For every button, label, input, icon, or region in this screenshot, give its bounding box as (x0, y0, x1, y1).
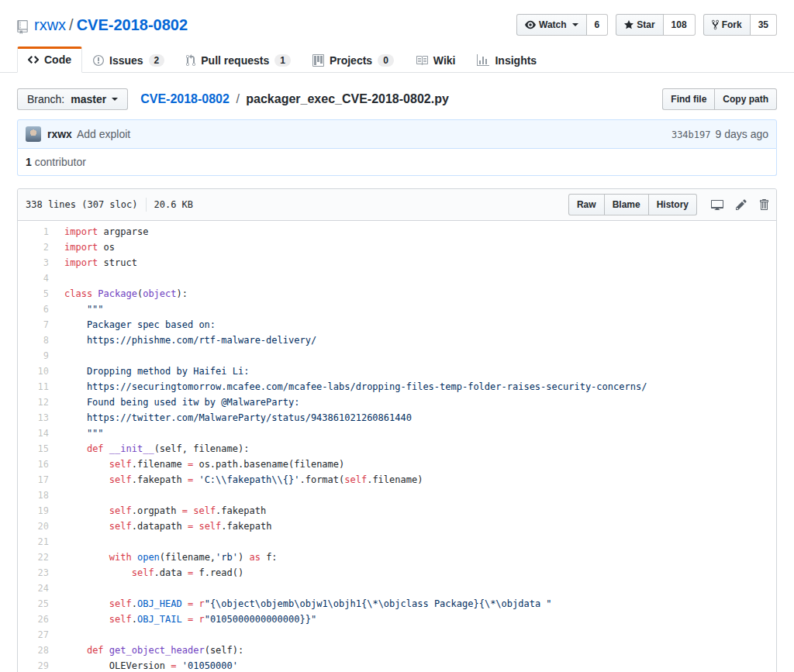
line-code: OLEVersion = '01050000' (57, 658, 776, 672)
breadcrumb-repo-link[interactable]: CVE-2018-0802 (140, 92, 230, 105)
line-number[interactable]: 15 (18, 441, 57, 457)
tab-insights[interactable]: Insights (466, 47, 547, 73)
line-code (57, 534, 776, 550)
code-line: 14 """ (18, 426, 776, 441)
tab-pull-requests-counter: 1 (274, 54, 291, 67)
line-number[interactable]: 18 (18, 488, 57, 503)
watch-button[interactable]: Watch (516, 14, 587, 36)
tab-issues-label: Issues (109, 54, 143, 67)
line-number[interactable]: 17 (18, 472, 57, 488)
star-label: Star (637, 17, 654, 33)
contributors-link[interactable]: 1 contributor (26, 156, 86, 168)
line-number[interactable]: 29 (18, 658, 57, 672)
line-number[interactable]: 9 (18, 348, 57, 364)
watch-count[interactable]: 6 (587, 14, 609, 36)
star-button[interactable]: Star (616, 14, 663, 36)
caret-down-icon (112, 98, 118, 104)
line-number[interactable]: 6 (18, 302, 57, 317)
file-actions: RawBlameHistory (568, 194, 768, 215)
branch-select-button[interactable]: Branch: master (17, 88, 128, 110)
line-number[interactable]: 11 (18, 379, 57, 395)
line-code: self.datapath = self.fakepath (57, 519, 776, 534)
repo-owner-link[interactable]: rxwx (34, 15, 66, 35)
commit-author-avatar[interactable] (26, 126, 41, 142)
line-number[interactable]: 21 (18, 534, 57, 550)
fork-group: Fork35 (703, 14, 777, 36)
find-file-button[interactable]: Find file (662, 88, 715, 110)
line-number[interactable]: 12 (18, 395, 57, 410)
copy-path-button[interactable]: Copy path (714, 88, 777, 110)
tab-code[interactable]: Code (17, 47, 82, 73)
code-line: 6 """ (18, 302, 776, 317)
file-info: 338 lines (307 sloc) 20.6 KB (26, 198, 193, 212)
star-count[interactable]: 108 (664, 14, 696, 36)
line-number[interactable]: 5 (18, 286, 57, 302)
tab-pull-requests[interactable]: Pull requests1 (175, 47, 302, 73)
code-line: 26 self.OBJ_TAIL = r"0105000000000000}}" (18, 612, 776, 627)
line-code: Dropping method by Haifei Li: (57, 364, 776, 379)
code-line: 28 def get_object_header(self): (18, 643, 776, 658)
tab-wiki[interactable]: Wiki (405, 47, 467, 73)
code-line: 3import struct (18, 255, 776, 271)
tab-projects[interactable]: Projects0 (302, 47, 405, 73)
pr-icon (186, 54, 195, 67)
line-number[interactable]: 3 (18, 255, 57, 271)
code-line: 23 self.data = f.read() (18, 565, 776, 581)
raw-button[interactable]: Raw (568, 194, 605, 215)
breadcrumb-file-name: packager_exec_CVE-2018-0802.py (246, 92, 449, 105)
line-number[interactable]: 28 (18, 643, 57, 658)
line-number[interactable]: 25 (18, 596, 57, 612)
line-number[interactable]: 10 (18, 364, 57, 379)
tab-projects-label: Projects (330, 54, 372, 67)
blame-button[interactable]: Blame (604, 194, 649, 215)
repo-nav-bar: CodeIssues2Pull requests1Projects0WikiIn… (0, 47, 794, 73)
line-number[interactable]: 24 (18, 581, 57, 596)
line-code: """ (57, 302, 776, 317)
file-box: 338 lines (307 sloc) 20.6 KB RawBlameHis… (17, 188, 777, 672)
line-number[interactable]: 1 (18, 224, 57, 240)
wiki-icon (416, 54, 428, 67)
repo-tabs: CodeIssues2Pull requests1Projects0WikiIn… (17, 47, 777, 72)
code-line: 8 https://phishme.com/rtf-malware-delive… (18, 333, 776, 348)
line-number[interactable]: 4 (18, 271, 57, 286)
branch-label: Branch: (27, 91, 64, 107)
line-number[interactable]: 27 (18, 627, 57, 643)
pencil-button[interactable] (736, 198, 747, 211)
commit-author-link[interactable]: rxwx (47, 128, 72, 140)
line-number[interactable]: 26 (18, 612, 57, 627)
line-code: self.data = f.read() (57, 565, 776, 581)
trash-button[interactable] (759, 198, 768, 211)
repo-name-link[interactable]: CVE-2018-0802 (77, 15, 188, 35)
file-size: 20.6 KB (154, 199, 194, 210)
line-code: https://securingtomorrow.mcafee.com/mcaf… (57, 379, 776, 395)
code-icon (28, 53, 39, 66)
line-number[interactable]: 14 (18, 426, 57, 441)
fork-count[interactable]: 35 (751, 14, 777, 36)
commit-message-link[interactable]: Add exploit (77, 128, 130, 140)
line-number[interactable]: 2 (18, 240, 57, 255)
line-number[interactable]: 8 (18, 333, 57, 348)
line-number[interactable]: 22 (18, 550, 57, 565)
line-number[interactable]: 19 (18, 503, 57, 519)
tab-code-label: Code (44, 53, 71, 66)
line-number[interactable]: 7 (18, 317, 57, 333)
line-number[interactable]: 16 (18, 457, 57, 472)
eye-icon (525, 19, 536, 30)
line-code: Found being used itw by @MalwareParty: (57, 395, 776, 410)
device-desktop-button[interactable] (711, 198, 723, 211)
code-line: 7 Packager spec based on: (18, 317, 776, 333)
tab-insights-label: Insights (495, 54, 537, 67)
tab-wiki-label: Wiki (433, 54, 456, 67)
page-header: rxwx / CVE-2018-0802 Watch6Star108Fork35 (17, 0, 777, 36)
graph-icon (477, 54, 489, 67)
code-line: 18 (18, 488, 776, 503)
line-number[interactable]: 20 (18, 519, 57, 534)
fork-button[interactable]: Fork (703, 14, 751, 36)
breadcrumb-separator: / (236, 92, 239, 105)
history-button[interactable]: History (648, 194, 697, 215)
line-number[interactable]: 13 (18, 410, 57, 426)
tab-issues[interactable]: Issues2 (82, 47, 175, 73)
commit-sha-link[interactable]: 334b197 (671, 129, 711, 140)
line-number[interactable]: 23 (18, 565, 57, 581)
file-lines-info: 338 lines (307 sloc) (26, 199, 138, 210)
